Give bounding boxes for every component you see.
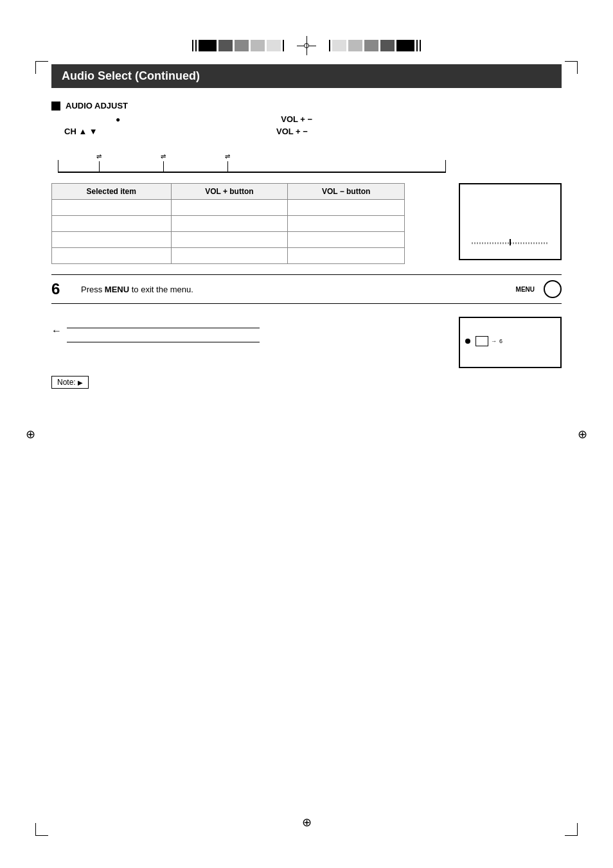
volume-bar-track [472,241,549,245]
step-menu-icon-area: MENU [516,280,562,298]
bar-seg [416,40,418,51]
cell-2-1 [52,216,172,232]
bar-seg-black [199,40,217,51]
tv-screen-panel [459,183,562,260]
note-tag: Note: [51,376,89,389]
top-bar-left [192,40,284,51]
tick-arrow-3: ⇌ [225,153,230,160]
menu-button-icon [544,280,562,298]
col-header-selected-item: Selected item [52,184,172,200]
corner-mark-br [565,823,578,836]
ch-key: CH ▲ ▼ [64,127,116,136]
tick-line-1 [99,161,100,173]
table-row [52,200,405,216]
volume-bar-container [465,241,555,245]
left-bracket [58,160,58,173]
tv-screen-display [465,190,555,235]
bar-seg-mid [235,40,249,51]
bar-seg [283,40,284,51]
bar-seg-light [251,40,265,51]
note-line-2 [67,331,260,342]
bottom-text-area [67,317,446,345]
bottom-section: ← → 6 [51,317,562,389]
right-crosshair: ⊕ [578,427,587,441]
table-row [52,232,405,248]
small-number: 6 [499,338,502,344]
cell-2-2 [171,216,288,232]
table-header-row: Selected item VOL + button VOL − button [52,184,405,200]
page-title: Audio Select (Continued) [51,64,562,88]
audio-adjust-table: Selected item VOL + button VOL − button [51,183,405,264]
bar-seg-dark [218,40,233,51]
bottom-right-panel: → 6 [459,317,562,368]
table-row [52,216,405,232]
table-and-panel: Selected item VOL + button VOL − button [51,183,562,274]
bottom-crosshair: ⊕ [302,815,312,829]
top-decorative-bar [0,39,613,53]
section-title: AUDIO ADJUST [66,101,128,111]
col-header-vol-minus: VOL − button [288,184,405,200]
corner-mark-tl [35,61,48,74]
cell-1-3 [288,200,405,216]
bar-seg-dark [380,40,395,51]
corner-mark-bl [35,823,48,836]
cell-2-3 [288,216,405,232]
tick-2: ⇌ [161,153,166,173]
bar-seg-white [332,40,346,51]
small-boxes: → 6 [475,336,502,346]
cell-1-2 [171,200,288,216]
tick-arrow-1: ⇌ [96,153,102,160]
note-line-1 [67,317,260,328]
table-section: Selected item VOL + button VOL − button [51,183,446,274]
top-crosshair [297,36,316,55]
step-menu-label: MENU [105,285,129,294]
bottom-panel-content: → 6 [465,336,555,346]
bar-seg-light [348,40,362,51]
step-number: 6 [51,280,71,298]
right-bracket [445,160,446,173]
tick-arrow-2: ⇌ [161,153,166,160]
instruction-row-2: CH ▲ ▼ VOL + − [64,127,562,136]
bar-seg [192,40,193,51]
dot-indicator [465,339,470,344]
volume-bar-center-mark [510,239,511,245]
instruction-row-1: ● VOL + − [64,114,562,124]
main-content: Audio Select (Continued) AUDIO ADJUST ● … [51,64,562,389]
tick-line-3 [227,161,228,173]
bar-seg-mid [364,40,378,51]
bar-seg [195,40,197,51]
step-6-row: 6 Press MENU to exit the menu. MENU [51,274,562,304]
left-crosshair: ⊕ [26,427,35,441]
small-box-1 [475,336,488,346]
menu-small-label: MENU [516,286,535,293]
top-bar-right [329,40,421,51]
back-arrow-row: ← [51,317,446,345]
cell-4-3 [288,248,405,264]
cell-4-1 [52,248,172,264]
bar-seg [420,40,421,51]
back-arrow-icon: ← [51,325,62,337]
vol-instruction-1: VOL + − [281,114,312,124]
step-menu-text: Press [81,285,105,294]
bottom-left: ← [51,317,446,368]
cell-3-1 [52,232,172,248]
bottom-inner: ← → 6 [51,317,562,368]
bullet-dot: ● [116,115,120,124]
bar-seg-black [396,40,414,51]
vol-instruction-2: VOL + − [276,127,308,136]
slider-area: ⇌ ⇌ ⇌ [58,143,446,178]
table-row [52,248,405,264]
cell-3-2 [171,232,288,248]
crosshair-circle [304,43,309,48]
tick-3: ⇌ [225,153,230,173]
bar-seg [329,40,330,51]
section-icon [51,102,60,111]
step-menu-rest: to exit the menu. [132,285,193,294]
section-header: AUDIO ADJUST [51,101,562,111]
cell-3-3 [288,232,405,248]
col-header-vol-plus: VOL + button [171,184,288,200]
tick-1: ⇌ [96,153,102,173]
bar-seg-white [267,40,281,51]
slider-track [58,172,446,173]
small-box-arrow: → [491,338,497,344]
